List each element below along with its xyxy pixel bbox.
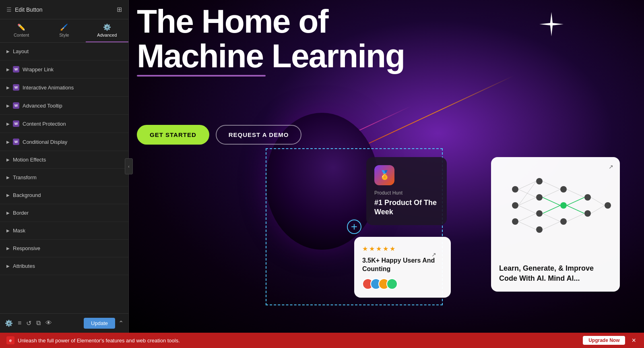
content-tab-icon: ✏️ bbox=[17, 23, 25, 31]
grid-icon[interactable]: ⊞ bbox=[117, 6, 122, 13]
neural-card: ↗ bbox=[491, 157, 620, 292]
star-5: ★ bbox=[390, 245, 395, 253]
chevron-icon: ▶ bbox=[6, 193, 10, 197]
chevron-icon: ▶ bbox=[6, 211, 10, 215]
pro-badge: W bbox=[13, 120, 19, 127]
upgrade-now-button[interactable]: Upgrade Now bbox=[583, 336, 625, 345]
header-icons: ⊞ bbox=[117, 6, 122, 13]
section-transform[interactable]: ▶ Transform bbox=[0, 169, 128, 186]
section-layout[interactable]: ▶ Layout bbox=[0, 43, 128, 60]
settings-icon[interactable]: ⚙️ bbox=[5, 319, 13, 327]
chevron-icon: ▶ bbox=[6, 175, 10, 180]
badge-icon: 🏅 bbox=[379, 170, 390, 180]
section-content-protection[interactable]: ▶ W Content Protection bbox=[0, 115, 128, 133]
section-label: Layout bbox=[13, 48, 122, 54]
sidebar-wrapper: ☰ Edit Button ⊞ ✏️ Content 🖌️ Style bbox=[0, 0, 129, 333]
star-2: ★ bbox=[369, 245, 375, 253]
section-label: Motion Effects bbox=[13, 157, 122, 163]
pro-badge: W bbox=[13, 66, 19, 72]
bottom-bar: e Unleash the full power of Elementor's … bbox=[0, 333, 644, 348]
svg-line-29 bbox=[567, 213, 584, 222]
svg-point-11 bbox=[584, 210, 591, 217]
star-1: ★ bbox=[362, 245, 368, 253]
hero-title-line2: Machine Learning bbox=[137, 39, 405, 73]
eye-icon[interactable]: 👁 bbox=[45, 319, 52, 327]
svg-line-30 bbox=[591, 197, 605, 205]
section-wrapper-link[interactable]: ▶ W Wrapper Link bbox=[0, 60, 128, 79]
copy-icon[interactable]: ⧉ bbox=[36, 319, 41, 327]
neural-network-graphic bbox=[499, 165, 616, 246]
chevron-icon: ▶ bbox=[6, 85, 10, 90]
update-button[interactable]: Update bbox=[84, 318, 115, 329]
neural-card-arrow: ↗ bbox=[609, 164, 613, 170]
svg-line-16 bbox=[518, 181, 536, 189]
pro-badge: W bbox=[13, 84, 19, 91]
request-demo-button[interactable]: REQUEST A DEMO bbox=[216, 125, 302, 145]
svg-point-0 bbox=[512, 202, 518, 209]
section-label: Border bbox=[13, 210, 122, 216]
svg-point-2 bbox=[512, 218, 518, 225]
section-label: Content Protection bbox=[23, 121, 122, 127]
happy-users-arrow: ↗ bbox=[431, 251, 436, 258]
tab-style[interactable]: 🖌️ Style bbox=[43, 19, 85, 42]
toolbar-left: ⚙️ ≡ ↺ ⧉ 👁 bbox=[5, 319, 52, 327]
svg-point-12 bbox=[605, 202, 611, 209]
chevron-icon: ▶ bbox=[6, 122, 10, 126]
chevron-up-icon[interactable]: ⌃ bbox=[118, 319, 124, 327]
product-hunt-badge: 🏅 bbox=[374, 165, 394, 185]
star-3: ★ bbox=[376, 245, 382, 253]
hamburger-icon[interactable]: ☰ bbox=[6, 6, 12, 13]
svg-point-7 bbox=[560, 186, 567, 193]
bottom-bar-left: e Unleash the full power of Elementor's … bbox=[6, 336, 180, 344]
add-element-button[interactable]: + bbox=[347, 220, 361, 234]
svg-point-10 bbox=[584, 194, 591, 201]
svg-line-26 bbox=[567, 189, 584, 197]
hero-title-line1: The Home of bbox=[137, 4, 405, 39]
hero-text: The Home of Machine Learning bbox=[137, 4, 405, 77]
preview-content: The Home of Machine Learning GET STARTED… bbox=[129, 0, 644, 333]
close-bottom-bar-button[interactable]: × bbox=[630, 336, 638, 345]
section-mask[interactable]: ▶ Mask bbox=[0, 222, 128, 240]
style-tab-label: Style bbox=[59, 33, 69, 37]
collapse-handle[interactable]: ‹ bbox=[125, 158, 133, 174]
svg-line-22 bbox=[543, 197, 560, 205]
tab-content[interactable]: ✏️ Content bbox=[0, 19, 43, 42]
section-interactive-animations[interactable]: ▶ W Interactive Animations bbox=[0, 79, 128, 97]
section-attributes[interactable]: ▶ Attributes bbox=[0, 257, 128, 275]
svg-line-14 bbox=[518, 197, 536, 205]
pro-badge: W bbox=[13, 139, 19, 145]
svg-line-17 bbox=[518, 189, 536, 197]
section-background[interactable]: ▶ Background bbox=[0, 186, 128, 204]
happy-users-card: ★ ★ ★ ★ ★ ↗ 3.5K+ Happy Users And Counti… bbox=[354, 237, 451, 298]
sparkle-icon bbox=[539, 12, 564, 41]
section-border[interactable]: ▶ Border bbox=[0, 204, 128, 222]
svg-line-15 bbox=[518, 205, 536, 213]
section-motion-effects[interactable]: ▶ Motion Effects bbox=[0, 151, 128, 169]
svg-point-8 bbox=[560, 202, 567, 209]
svg-line-27 bbox=[567, 197, 584, 205]
sidebar: ☰ Edit Button ⊞ ✏️ Content 🖌️ Style bbox=[0, 0, 129, 333]
section-label: Attributes bbox=[13, 263, 122, 269]
star-rating: ★ ★ ★ ★ ★ bbox=[362, 245, 443, 253]
svg-point-3 bbox=[536, 178, 543, 184]
bottom-bar-message: Unleash the full power of Elementor's fe… bbox=[18, 338, 180, 344]
tab-advanced[interactable]: ⚙️ Advanced bbox=[86, 19, 128, 42]
svg-line-21 bbox=[543, 189, 560, 197]
svg-line-19 bbox=[518, 222, 536, 230]
neural-card-title: Learn, Generate, & Improve Code With AI.… bbox=[499, 263, 612, 284]
section-label: Mask bbox=[13, 228, 122, 234]
happy-users-title: 3.5K+ Happy Users And Counting bbox=[362, 257, 443, 273]
sidebar-toolbar: ⚙️ ≡ ↺ ⧉ 👁 Update ⌃ bbox=[0, 313, 128, 333]
section-advanced-tooltip[interactable]: ▶ W Advanced Tooltip bbox=[0, 97, 128, 115]
section-conditional-display[interactable]: ▶ W Conditional Display bbox=[0, 133, 128, 151]
layers-icon[interactable]: ≡ bbox=[18, 319, 21, 327]
svg-line-28 bbox=[567, 205, 584, 213]
elementor-logo: e bbox=[6, 336, 14, 344]
get-started-button[interactable]: GET STARTED bbox=[137, 125, 209, 145]
bottom-bar-inner: e Unleash the full power of Elementor's … bbox=[0, 336, 644, 345]
style-tab-icon: 🖌️ bbox=[60, 23, 68, 31]
history-icon[interactable]: ↺ bbox=[26, 319, 31, 327]
sidebar-header: ☰ Edit Button ⊞ bbox=[0, 0, 128, 19]
advanced-tab-label: Advanced bbox=[97, 33, 117, 37]
section-responsive[interactable]: ▶ Responsive bbox=[0, 240, 128, 257]
